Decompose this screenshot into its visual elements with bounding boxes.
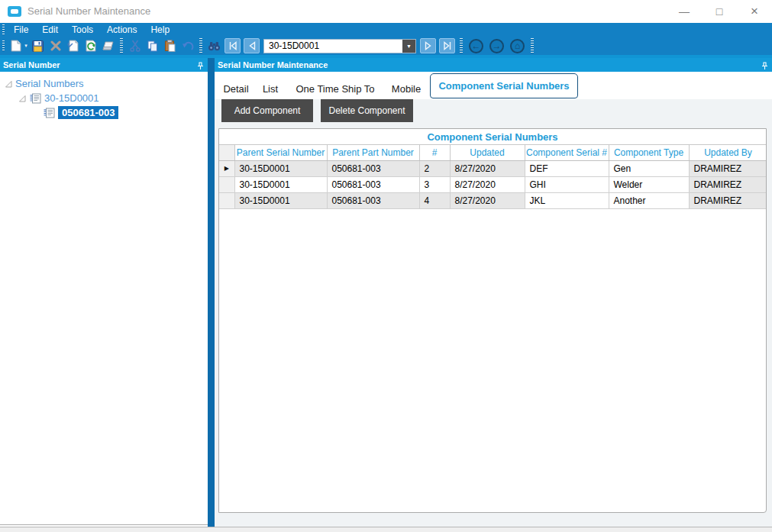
- tree-label-root[interactable]: Serial Numbers: [15, 78, 84, 89]
- maximize-icon[interactable]: □: [702, 0, 737, 23]
- tree-item-child-serial[interactable]: 050681-003: [0, 105, 208, 120]
- col-component-serial[interactable]: Component Serial #: [525, 145, 609, 160]
- cell-parent-serial[interactable]: 30-15D0001: [234, 160, 327, 176]
- tab-strip: Detail List One Time Ship To Mobile Comp…: [215, 72, 772, 99]
- combobox-dropdown-icon[interactable]: ▼: [402, 40, 415, 53]
- cell-parent-serial[interactable]: 30-15D0001: [234, 192, 327, 208]
- save-icon[interactable]: [29, 38, 47, 54]
- cell-parent-part[interactable]: 050681-003: [327, 176, 419, 192]
- cell-component-serial[interactable]: GHI: [525, 176, 609, 192]
- col-parent-part-number[interactable]: Parent Part Number: [327, 145, 419, 160]
- table-row[interactable]: 30-15D0001 050681-003 3 8/27/2020 GHI We…: [219, 176, 767, 192]
- menu-help[interactable]: Help: [144, 23, 176, 37]
- menu-actions[interactable]: Actions: [100, 23, 144, 37]
- tree-item-parent-serial[interactable]: 30-15D0001: [0, 91, 208, 105]
- grid-title: Component Serial Numbers: [219, 129, 766, 145]
- cell-updated[interactable]: 8/27/2020: [450, 160, 525, 176]
- clear-icon[interactable]: [99, 38, 117, 54]
- grid-header-row: Parent Serial Number Parent Part Number …: [219, 145, 767, 160]
- back-icon[interactable]: ←: [469, 39, 483, 53]
- col-number[interactable]: #: [419, 145, 450, 160]
- serial-number-tree: Serial Numbers 30-15D0001 050681-003: [0, 72, 208, 120]
- previous-record-icon[interactable]: [244, 38, 260, 53]
- menu-edit[interactable]: Edit: [35, 23, 65, 37]
- cell-updated-by[interactable]: DRAMIREZ: [689, 176, 767, 192]
- serial-node-icon: [29, 93, 41, 104]
- minimize-icon[interactable]: —: [667, 0, 702, 23]
- cell-parent-part[interactable]: 050681-003: [327, 192, 419, 208]
- add-component-button[interactable]: Add Component: [221, 99, 313, 122]
- cell-component-serial[interactable]: DEF: [525, 160, 609, 176]
- notes-icon[interactable]: [64, 38, 82, 54]
- serial-number-maintenance-panel: Serial Number Maintenance Detail List On…: [215, 58, 772, 527]
- col-component-type[interactable]: Component Type: [609, 145, 689, 160]
- window-title: Serial Number Maintenance: [27, 0, 150, 23]
- menu-bar: File Edit Tools Actions Help: [0, 23, 772, 37]
- cell-component-type[interactable]: Welder: [609, 176, 689, 192]
- col-updated-by[interactable]: Updated By: [689, 145, 767, 160]
- expander-icon[interactable]: [5, 80, 12, 88]
- delete-icon[interactable]: [47, 38, 64, 54]
- record-combobox-value[interactable]: 30-15D0001: [264, 40, 402, 53]
- cell-updated[interactable]: 8/27/2020: [450, 192, 525, 208]
- window-bottom-edge: [0, 527, 772, 532]
- paste-icon[interactable]: [161, 38, 179, 54]
- pin-icon[interactable]: [197, 60, 204, 74]
- menu-file[interactable]: File: [7, 23, 35, 37]
- menu-grip: [2, 24, 5, 35]
- forward-icon[interactable]: →: [489, 39, 504, 53]
- cell-parent-serial[interactable]: 30-15D0001: [234, 176, 327, 192]
- toolbar-separator: [120, 38, 123, 53]
- cell-updated[interactable]: 8/27/2020: [450, 176, 525, 192]
- row-selector-header: [219, 145, 234, 160]
- table-row[interactable]: ▶ 30-15D0001 050681-003 2 8/27/2020 DEF …: [219, 160, 767, 176]
- toolbar-grip: [2, 40, 5, 51]
- refresh-icon[interactable]: [82, 38, 99, 54]
- record-combobox[interactable]: 30-15D0001 ▼: [263, 39, 416, 53]
- cell-component-type[interactable]: Another: [609, 192, 689, 208]
- toolbar-separator: [199, 38, 202, 53]
- row-selector[interactable]: [219, 192, 234, 208]
- expander-icon[interactable]: [18, 95, 26, 102]
- table-row[interactable]: 30-15D0001 050681-003 4 8/27/2020 JKL An…: [219, 192, 767, 208]
- new-icon[interactable]: [7, 38, 24, 54]
- cell-number[interactable]: 4: [419, 192, 450, 208]
- col-parent-serial-number[interactable]: Parent Serial Number: [234, 145, 327, 160]
- close-icon[interactable]: ×: [737, 0, 772, 23]
- component-serial-numbers-grid: Component Serial Numbers Parent Serial N…: [218, 128, 767, 513]
- cell-number[interactable]: 2: [419, 160, 450, 176]
- cell-component-serial[interactable]: JKL: [525, 192, 609, 208]
- menu-tools[interactable]: Tools: [65, 23, 100, 37]
- left-panel-header: Serial Number: [0, 58, 208, 72]
- app-icon: [8, 6, 21, 17]
- cell-updated-by[interactable]: DRAMIREZ: [689, 192, 767, 208]
- home-icon[interactable]: ⌂: [510, 39, 525, 53]
- last-record-icon[interactable]: [439, 38, 455, 53]
- row-selector[interactable]: [219, 176, 234, 192]
- toolbar-separator: [460, 38, 463, 53]
- cell-component-type[interactable]: Gen: [609, 160, 689, 176]
- toolbar-separator: [531, 38, 534, 53]
- find-icon[interactable]: [205, 38, 223, 54]
- next-record-icon[interactable]: [420, 38, 436, 53]
- tree-item-serial-numbers[interactable]: Serial Numbers: [0, 76, 208, 91]
- tree-label-parent[interactable]: 30-15D0001: [44, 92, 99, 104]
- cell-number[interactable]: 3: [419, 176, 450, 192]
- copy-icon[interactable]: [144, 38, 161, 54]
- panel-splitter[interactable]: [208, 58, 215, 527]
- serial-node-icon: [43, 108, 55, 118]
- serial-number-tree-panel: Serial Number Serial Numbers 30-15D0001: [0, 58, 208, 525]
- cell-parent-part[interactable]: 050681-003: [327, 160, 419, 176]
- current-row-indicator-icon[interactable]: ▶: [219, 160, 234, 176]
- tab-component-serial-numbers[interactable]: Component Serial Numbers: [430, 73, 578, 98]
- first-record-icon[interactable]: [224, 38, 241, 53]
- cut-icon[interactable]: [126, 38, 144, 54]
- window-controls: — □ ×: [667, 0, 772, 23]
- tree-label-child-selected[interactable]: 050681-003: [58, 106, 118, 119]
- undo-icon[interactable]: [179, 38, 196, 54]
- cell-updated-by[interactable]: DRAMIREZ: [689, 160, 767, 176]
- toolbar: ▾ 30-15D0001 ▼: [0, 37, 772, 55]
- delete-component-button[interactable]: Delete Component: [321, 99, 413, 122]
- col-updated[interactable]: Updated: [450, 145, 525, 160]
- right-panel-header: Serial Number Maintenance: [215, 58, 772, 72]
